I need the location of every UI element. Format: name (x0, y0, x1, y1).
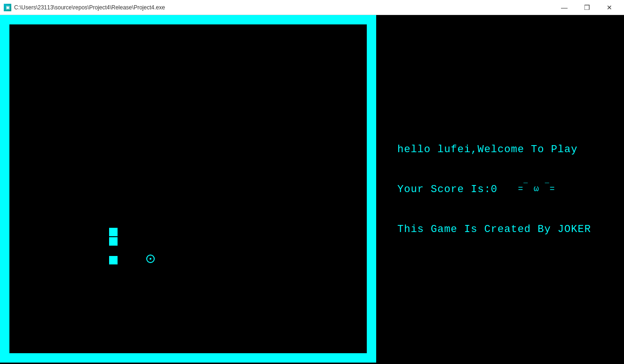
border-block (367, 90, 376, 100)
border-block (0, 15, 9, 24)
border-block (367, 71, 376, 81)
border-block (197, 15, 207, 24)
border-block (339, 15, 348, 24)
border-block (367, 240, 376, 250)
border-block (0, 184, 9, 194)
border-block (0, 344, 9, 353)
border-block (0, 128, 9, 137)
border-block (141, 15, 150, 24)
border-block (367, 118, 376, 128)
border-block (245, 353, 254, 363)
border-block (273, 15, 282, 24)
border-block (0, 353, 9, 363)
border-block (235, 15, 245, 24)
minimize-button[interactable]: — (553, 0, 575, 15)
border-block (216, 15, 226, 24)
border-block (367, 109, 376, 118)
border-block (367, 297, 376, 306)
game-canvas[interactable] (0, 15, 383, 364)
border-block (310, 15, 320, 24)
border-block (113, 353, 122, 363)
border-block (141, 353, 150, 363)
border-block (94, 15, 103, 24)
border-block (56, 15, 66, 24)
border-block (0, 297, 9, 306)
border-block (9, 353, 19, 363)
score-line: Your Score Is:0 =‾ ω ‾= (397, 184, 610, 195)
border-block (367, 259, 376, 269)
border-block (0, 118, 9, 128)
border-block (0, 24, 9, 34)
border-block (245, 15, 254, 24)
food-item (146, 255, 155, 263)
border-block (367, 15, 376, 24)
border-block (0, 278, 9, 287)
border-block (0, 165, 9, 175)
welcome-text: hello lufei,Welcome To Play (397, 144, 610, 155)
border-block (0, 175, 9, 184)
border-block (103, 15, 113, 24)
border-block (169, 15, 179, 24)
border-block (367, 24, 376, 34)
border-block (197, 353, 207, 363)
border-block (301, 353, 310, 363)
border-block (160, 15, 169, 24)
restore-button[interactable]: ❒ (576, 0, 598, 15)
border-block (0, 334, 9, 344)
border-block (0, 240, 9, 250)
close-button[interactable]: ✕ (599, 0, 620, 15)
border-block (329, 15, 339, 24)
border-block (0, 100, 9, 109)
border-block (0, 222, 9, 231)
border-block (235, 353, 245, 363)
border-block (0, 231, 9, 240)
border-block (367, 222, 376, 231)
app-icon: ▣ (4, 4, 11, 11)
info-panel: hello lufei,Welcome To Play Your Score I… (383, 15, 624, 364)
creator-text: This Game Is Created By JOKER (397, 224, 610, 235)
border-block (367, 156, 376, 165)
border-block (66, 353, 75, 363)
border-block (367, 269, 376, 278)
border-block (85, 15, 94, 24)
border-block (0, 316, 9, 325)
border-block (282, 353, 292, 363)
border-block (367, 325, 376, 334)
border-block (19, 353, 28, 363)
border-block (0, 62, 9, 71)
border-block (0, 203, 9, 212)
border-block (320, 15, 329, 24)
border-block (254, 15, 263, 24)
border-block (367, 344, 376, 353)
border-block (367, 147, 376, 156)
border-block (0, 212, 9, 222)
border-block (207, 353, 216, 363)
border-block (348, 353, 357, 363)
border-block (0, 71, 9, 81)
border-block (0, 53, 9, 62)
border-block (0, 137, 9, 147)
border-block (207, 15, 216, 24)
border-block (367, 353, 376, 363)
border-block (367, 81, 376, 90)
border-block (0, 34, 9, 43)
border-block (94, 353, 103, 363)
border-block (367, 278, 376, 287)
border-block (28, 353, 38, 363)
border-block (160, 353, 169, 363)
snake-segment-2 (109, 237, 118, 246)
border-block (357, 15, 367, 24)
border-block (0, 259, 9, 269)
border-block (367, 137, 376, 147)
border-block (367, 250, 376, 259)
border-block (122, 15, 132, 24)
game-border (0, 15, 383, 364)
title-bar: ▣ C:\Users\23113\source\repos\Project4\R… (0, 0, 624, 15)
border-block (226, 353, 235, 363)
border-block (132, 15, 141, 24)
border-block (0, 90, 9, 100)
border-block (113, 15, 122, 24)
border-block (339, 353, 348, 363)
title-bar-left: ▣ C:\Users\23113\source\repos\Project4\R… (4, 4, 165, 11)
border-block (56, 353, 66, 363)
